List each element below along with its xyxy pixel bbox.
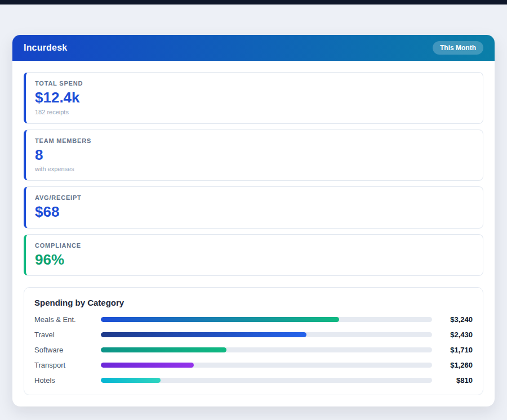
stat-value: 96% bbox=[35, 252, 474, 268]
category-label: Transport bbox=[34, 361, 101, 369]
stat-value: $12.4k bbox=[35, 90, 474, 106]
period-badge[interactable]: This Month bbox=[433, 41, 483, 55]
category-row-transport: Transport$1,260 bbox=[34, 361, 473, 369]
category-bar-fill bbox=[101, 347, 226, 352]
category-bar-track bbox=[101, 363, 432, 368]
stat-card-total-spend: TOTAL SPEND$12.4k182 receipts bbox=[24, 72, 483, 124]
category-value: $3,240 bbox=[438, 315, 473, 324]
spending-chart-title: Spending by Category bbox=[34, 298, 473, 307]
stat-subtext: with expenses bbox=[35, 166, 474, 172]
category-bar-fill bbox=[101, 378, 161, 383]
category-bar-track bbox=[101, 378, 432, 383]
category-row-meals-ent-: Meals & Ent.$3,240 bbox=[34, 315, 473, 324]
category-value: $2,430 bbox=[438, 330, 473, 339]
app-header: Incurdesk This Month bbox=[12, 35, 495, 61]
category-bar-track bbox=[101, 332, 432, 337]
category-bar-track bbox=[101, 347, 432, 352]
stat-label: AVG/RECEIPT bbox=[35, 194, 474, 201]
category-bar-fill bbox=[101, 332, 306, 337]
app-body: TOTAL SPEND$12.4k182 receiptsTEAM MEMBER… bbox=[12, 61, 495, 406]
stat-card-team-members: TEAM MEMBERS8with expenses bbox=[24, 129, 483, 181]
category-bar-track bbox=[101, 317, 432, 322]
stat-card-compliance: COMPLIANCE96% bbox=[24, 234, 483, 276]
category-value: $1,260 bbox=[438, 361, 473, 369]
category-row-software: Software$1,710 bbox=[34, 346, 473, 354]
stat-value: 8 bbox=[35, 147, 474, 163]
category-label: Travel bbox=[34, 330, 101, 339]
category-rows: Meals & Ent.$3,240Travel$2,430Software$1… bbox=[34, 315, 473, 385]
stat-value: $68 bbox=[35, 204, 474, 220]
spending-by-category-card: Spending by Category Meals & Ent.$3,240T… bbox=[24, 287, 483, 395]
app-card: Incurdesk This Month TOTAL SPEND$12.4k18… bbox=[12, 35, 495, 406]
category-label: Hotels bbox=[34, 376, 101, 385]
category-label: Software bbox=[34, 346, 101, 354]
stat-label: TOTAL SPEND bbox=[35, 80, 474, 87]
category-value: $1,710 bbox=[438, 346, 473, 354]
category-bar-fill bbox=[101, 317, 339, 322]
stat-card-avg-receipt: AVG/RECEIPT$68 bbox=[24, 186, 483, 229]
category-row-hotels: Hotels$810 bbox=[34, 376, 473, 385]
category-label: Meals & Ent. bbox=[34, 315, 101, 324]
category-bar-fill bbox=[101, 363, 194, 368]
stat-subtext: 182 receipts bbox=[35, 109, 474, 115]
category-value: $810 bbox=[438, 376, 473, 385]
stat-label: TEAM MEMBERS bbox=[35, 137, 474, 144]
top-strip bbox=[0, 0, 507, 5]
stat-label: COMPLIANCE bbox=[35, 242, 474, 249]
category-row-travel: Travel$2,430 bbox=[34, 330, 473, 339]
app-title: Incurdesk bbox=[24, 43, 67, 53]
stats-container: TOTAL SPEND$12.4k182 receiptsTEAM MEMBER… bbox=[24, 72, 483, 276]
